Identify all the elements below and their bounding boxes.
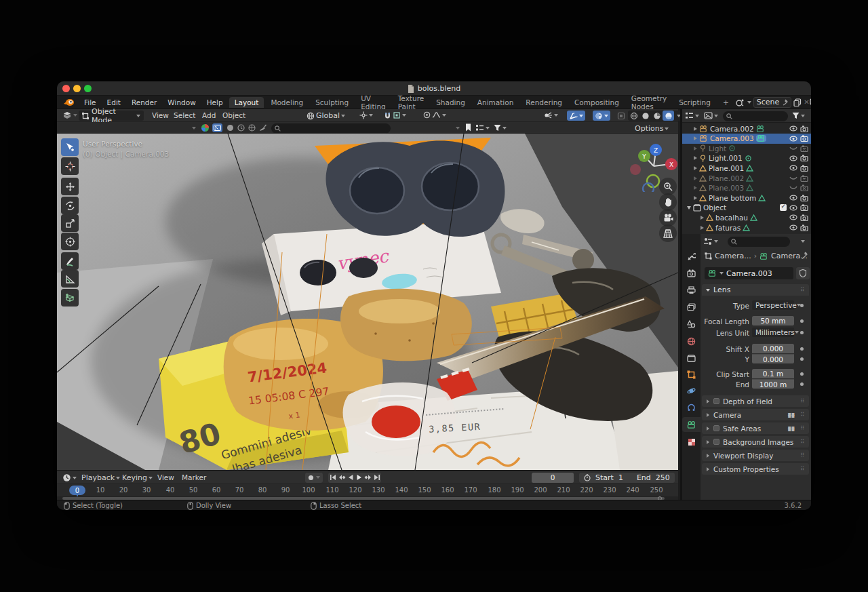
properties-tab-render[interactable] [682, 266, 701, 281]
workspace-tab-scripting[interactable]: Scripting [673, 97, 716, 108]
workspace-tab-layout[interactable]: Layout [229, 97, 264, 108]
clip-end-field[interactable]: 1000 m [752, 379, 794, 389]
animate-type-dot[interactable] [800, 304, 804, 307]
workspace-tab-rendering[interactable]: Rendering [520, 97, 568, 108]
scene-browse-chevron[interactable] [747, 101, 751, 104]
animate-focal-dot[interactable] [800, 319, 804, 323]
object-name[interactable]: Camera.002 [710, 125, 754, 133]
workspace-tab-modeling[interactable]: Modeling [265, 97, 309, 108]
outliner-display-mode-button[interactable] [704, 112, 718, 119]
workspace-tab-sculpting[interactable]: Sculpting [310, 97, 354, 108]
object-name[interactable]: Plane.003 [709, 184, 744, 192]
tool-add-cube[interactable] [61, 289, 79, 307]
expand-icon[interactable] [694, 136, 697, 140]
current-frame-pill[interactable]: 0 [69, 486, 85, 495]
tool-measure[interactable] [61, 270, 79, 288]
object-name[interactable]: bacalhau [715, 214, 748, 222]
disable-in-render-toggle[interactable] [800, 214, 808, 221]
focal-length-field[interactable]: 50 mm [752, 316, 794, 325]
hide-in-viewport-toggle[interactable] [789, 205, 797, 211]
properties-tab-collection[interactable] [682, 351, 701, 366]
properties-search-input[interactable] [728, 237, 790, 247]
hide-in-viewport-toggle[interactable] [789, 195, 797, 201]
hide-in-viewport-toggle[interactable] [789, 165, 797, 171]
outliner-row-collection-object[interactable]: Object ✓ [682, 203, 811, 213]
animate-clip-start-dot[interactable] [800, 372, 804, 376]
disable-in-render-toggle[interactable] [800, 165, 808, 172]
object-name[interactable]: Plane.002 [709, 174, 744, 182]
outliner-row-plane-002[interactable]: Plane.002 [682, 173, 811, 183]
window-titlebar[interactable]: bolos.blend [57, 81, 811, 96]
outliner-row-plane-001[interactable]: Plane.001 [682, 163, 811, 173]
unlink-scene-icon[interactable]: ✕ [804, 98, 809, 106]
expand-icon[interactable] [694, 176, 697, 180]
datablock-name-field[interactable]: Camera.003 [705, 267, 793, 279]
outliner-row-faturas[interactable]: faturas [682, 222, 811, 233]
jump-to-start-button[interactable] [328, 473, 337, 483]
lens-panel-header[interactable]: Lens ⠿ [702, 284, 809, 296]
editor-type-button[interactable] [62, 111, 77, 119]
timeline-menu-view[interactable]: View [152, 473, 180, 481]
section-depth-of-field[interactable]: Depth of Field ⠿ [702, 395, 809, 407]
annotation-chevron[interactable] [456, 127, 460, 130]
globe-icon[interactable] [248, 124, 256, 132]
viewlayer-browse-icon[interactable] [810, 98, 811, 106]
pin-icon[interactable] [782, 99, 788, 106]
snapping-controls[interactable] [384, 111, 406, 119]
xray-toggle[interactable] [593, 111, 610, 121]
panel-drag-handle[interactable]: ⠿ [800, 412, 805, 418]
animate-unit-dot[interactable] [800, 331, 804, 334]
sphere-time-icon[interactable] [237, 124, 245, 132]
properties-editor-type-button[interactable] [703, 237, 718, 245]
expand-icon[interactable] [694, 146, 697, 151]
tool-move[interactable] [61, 178, 79, 195]
viewport-canvas[interactable]: 80 Gommini adesiv lhas adesiva 7/12/2024… [57, 134, 678, 470]
properties-tab-texture[interactable] [682, 435, 701, 450]
scene-selector[interactable]: Scene [753, 97, 792, 108]
animate-shift-y-dot[interactable] [800, 357, 804, 361]
hide-in-viewport-toggle[interactable] [789, 214, 797, 220]
expand-icon[interactable] [694, 156, 697, 160]
workspace-tab-animation[interactable]: Animation [472, 97, 519, 108]
section-camera[interactable]: Camera ▪▪▪▪ ⠿ [702, 409, 809, 420]
hide-in-viewport-toggle[interactable] [789, 185, 797, 191]
lens-type-dropdown[interactable]: Perspective [752, 300, 794, 310]
expand-icon[interactable] [701, 226, 704, 230]
menu-window[interactable]: Window [162, 98, 201, 106]
disable-in-render-toggle[interactable] [800, 195, 808, 201]
properties-tab-scene[interactable] [682, 317, 701, 332]
properties-tab-tool[interactable] [682, 249, 701, 264]
menu-edit[interactable]: Edit [102, 98, 126, 106]
show-overlays-toggle[interactable] [567, 111, 585, 121]
background-images-checkbox[interactable] [713, 439, 719, 445]
fake-user-shield-button[interactable] [796, 267, 810, 279]
hide-in-viewport-toggle[interactable] [789, 224, 797, 231]
outliner-row-plane-003[interactable]: Plane.003 [682, 183, 811, 193]
end-value[interactable]: 250 [656, 473, 670, 482]
shading-rendered-button[interactable] [663, 111, 674, 121]
disable-in-render-toggle[interactable] [800, 224, 808, 231]
workspace-tab-compositing[interactable]: Compositing [569, 97, 625, 108]
menu-help[interactable]: Help [201, 98, 229, 106]
menu-render[interactable]: Render [126, 98, 162, 106]
properties-options-chevron[interactable] [801, 240, 805, 243]
disable-in-render-toggle[interactable] [800, 125, 808, 132]
expand-icon[interactable] [694, 166, 697, 170]
outliner-row-bacalhau[interactable]: bacalhau [682, 212, 811, 222]
panel-drag-handle[interactable]: ⠿ [800, 452, 805, 458]
shift-y-field[interactable]: 0.000 [752, 354, 794, 363]
display-mode-button[interactable] [475, 124, 490, 132]
timeline-menu-playback[interactable]: Playback [81, 473, 120, 482]
properties-tab-view-layer[interactable] [682, 300, 701, 315]
presets-list-icon[interactable]: ▪▪▪▪ [787, 413, 794, 417]
expand-icon[interactable] [694, 196, 697, 200]
panel-drag-handle[interactable]: ⠿ [800, 398, 805, 404]
expand-icon[interactable] [694, 186, 697, 190]
properties-tab-physics[interactable] [682, 383, 701, 398]
breadcrumb-object-name[interactable]: Camera... [715, 252, 751, 260]
tool-scale[interactable] [61, 214, 79, 232]
add-workspace-button[interactable]: + [717, 97, 734, 108]
clip-start-field[interactable]: 0.1 m [752, 369, 794, 378]
timeline-editor-type-button[interactable] [62, 473, 77, 482]
object-name[interactable]: Plane bottom [709, 194, 756, 202]
